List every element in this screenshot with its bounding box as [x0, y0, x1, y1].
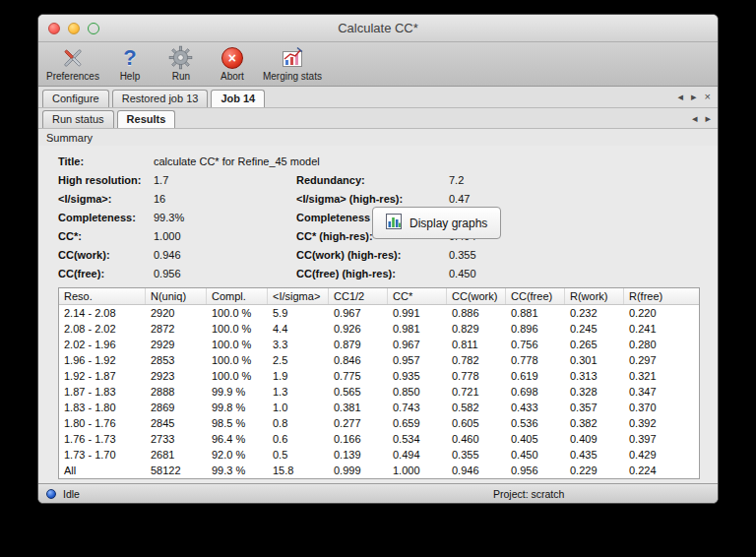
toolbar-button-abort[interactable]: × Abort [212, 44, 253, 83]
summary-value: 16 [154, 193, 296, 205]
table-cell: 0.405 [506, 433, 565, 445]
table-cell: 2869 [146, 402, 207, 413]
summary-row: High resolution:1.7Redundancy:7.2 [58, 170, 698, 189]
tab-close-icon[interactable]: × [705, 90, 711, 103]
minimize-window-button[interactable] [68, 23, 80, 34]
summary-label: Completeness: [58, 212, 154, 223]
table-row[interactable]: 1.92 - 1.872923100.0 %1.90.7750.9350.778… [59, 368, 699, 384]
column-header[interactable]: R(work) [565, 288, 624, 304]
toolbar-label: Abort [220, 71, 244, 83]
table-cell: 0.935 [388, 370, 447, 382]
tab-restored-job-13[interactable]: Restored job 13 [112, 90, 209, 107]
column-header[interactable]: CC(work) [447, 288, 506, 304]
column-header[interactable]: N(uniq) [146, 288, 207, 304]
table-cell: 0.382 [565, 417, 624, 429]
table-row[interactable]: 1.83 - 1.80286999.8 %1.00.3810.7430.5820… [59, 400, 699, 415]
table-cell: 0.846 [329, 354, 388, 366]
summary-row: Title:calculate CC* for Refine_45 model [58, 152, 698, 170]
table-row[interactable]: 2.02 - 1.962929100.0 %3.30.8790.9670.811… [59, 337, 699, 352]
tab-scroll-left-icon[interactable]: ◂ [692, 111, 698, 125]
toolbar-button-help[interactable]: ? Help [109, 44, 151, 83]
summary-label: <I/sigma>: [58, 193, 154, 205]
column-header[interactable]: R(free) [624, 288, 699, 304]
window-title: Calculate CC* [338, 21, 418, 35]
toolbar: Preferences ? Help [38, 42, 718, 87]
table-cell: 2888 [146, 386, 207, 398]
summary-label: CC*: [58, 230, 154, 242]
tab-configure[interactable]: Configure [42, 90, 109, 107]
table-row[interactable]: 1.76 - 1.73273396.4 %0.60.1660.5340.4600… [59, 431, 699, 447]
column-header[interactable]: Reso. [59, 288, 146, 304]
table-cell: 1.9 [268, 370, 329, 382]
table-cell: 0.435 [565, 449, 624, 461]
table-cell: 2872 [146, 323, 207, 335]
table-cell: 0.224 [624, 464, 699, 476]
column-header[interactable]: CC(free) [506, 288, 565, 304]
table-cell: 100.0 % [207, 323, 268, 335]
table-cell: 0.220 [624, 307, 699, 319]
table-row[interactable]: 2.08 - 2.022872100.0 %4.40.9260.9810.829… [59, 321, 699, 337]
table-cell: 2923 [146, 370, 207, 382]
tab-results[interactable]: Results [117, 110, 176, 128]
table-cell: 0.301 [565, 354, 624, 366]
close-window-button[interactable] [48, 23, 60, 34]
toolbar-button-merging-stats[interactable]: Merging stats [263, 44, 322, 83]
table-cell: 1.80 - 1.76 [59, 417, 146, 429]
results-table[interactable]: Reso.N(uniq)Compl.<I/sigma>CC1/2CC*CC(wo… [58, 287, 700, 479]
table-cell: 100.0 % [207, 339, 268, 350]
column-header[interactable]: CC* [388, 288, 447, 304]
section-label: Summary [46, 132, 93, 144]
table-cell: 0.536 [506, 417, 565, 429]
table-row[interactable]: All5812299.3 %15.80.9991.0000.9460.9560.… [59, 463, 699, 478]
table-cell: 0.582 [447, 402, 506, 413]
table-cell: 1.3 [268, 386, 329, 398]
summary-value: 0.450 [449, 268, 698, 279]
tab-scroll-right-icon[interactable]: ▸ [705, 111, 711, 125]
toolbar-button-run[interactable]: Run [160, 44, 202, 83]
table-cell: 0.381 [329, 402, 388, 413]
summary-value: 0.47 [449, 193, 698, 205]
summary-value: 0.355 [449, 249, 698, 261]
column-header[interactable]: <I/sigma> [268, 288, 329, 304]
table-cell: 2853 [146, 354, 207, 366]
toolbar-label: Preferences [46, 71, 99, 83]
table-cell: 0.778 [506, 354, 565, 366]
column-header[interactable]: CC1/2 [329, 288, 388, 304]
table-row[interactable]: 2.14 - 2.082920100.0 %5.90.9670.9910.886… [59, 305, 699, 321]
table-cell: 0.494 [388, 449, 447, 461]
table-cell: 0.829 [447, 323, 506, 335]
table-cell: 0.850 [388, 386, 447, 398]
table-row[interactable]: 1.87 - 1.83288899.9 %1.30.5650.8500.7210… [59, 384, 699, 400]
table-cell: 100.0 % [207, 354, 268, 366]
display-graphs-button[interactable]: Display graphs [372, 207, 501, 239]
tab-run-status[interactable]: Run status [42, 110, 114, 128]
table-row[interactable]: 1.96 - 1.922853100.0 %2.50.8460.9570.782… [59, 352, 699, 368]
column-header[interactable]: Compl. [207, 288, 268, 304]
table-cell: 2.14 - 2.08 [59, 307, 146, 319]
tab-scroll-left-icon[interactable]: ◂ [678, 90, 684, 103]
summary-label: Title: [58, 155, 154, 167]
table-cell: 0.355 [447, 449, 506, 461]
tab-scroll-right-icon[interactable]: ▸ [691, 90, 697, 103]
table-cell: 0.232 [565, 307, 624, 319]
summary-label: CC(free): [58, 268, 154, 279]
summary-value: 1.7 [154, 174, 296, 186]
table-cell: 0.721 [447, 386, 506, 398]
table-cell: 4.4 [268, 323, 329, 335]
toolbar-button-preferences[interactable]: Preferences [46, 44, 99, 83]
tab-job-14[interactable]: Job 14 [211, 90, 265, 107]
result-tab-bar: Run status Results ◂ ▸ [38, 108, 718, 129]
table-cell: 0.981 [388, 323, 447, 335]
table-cell: 0.357 [565, 402, 624, 413]
table-cell: 1.92 - 1.87 [59, 370, 146, 382]
table-row[interactable]: 1.73 - 1.70268192.0 %0.50.1390.4940.3550… [59, 447, 699, 463]
table-cell: 0.297 [624, 354, 699, 366]
table-cell: 2.5 [268, 354, 329, 366]
table-row[interactable]: 1.80 - 1.76284598.5 %0.80.2770.6590.6050… [59, 415, 699, 431]
table-cell: 0.6 [268, 433, 329, 445]
summary-row: <I/sigma>:16<I/sigma> (high-res):0.47 [58, 189, 698, 208]
table-cell: 0.811 [447, 339, 506, 350]
table-cell: 2920 [146, 307, 207, 319]
table-cell: 5.9 [268, 307, 329, 319]
zoom-window-button[interactable] [88, 23, 99, 34]
